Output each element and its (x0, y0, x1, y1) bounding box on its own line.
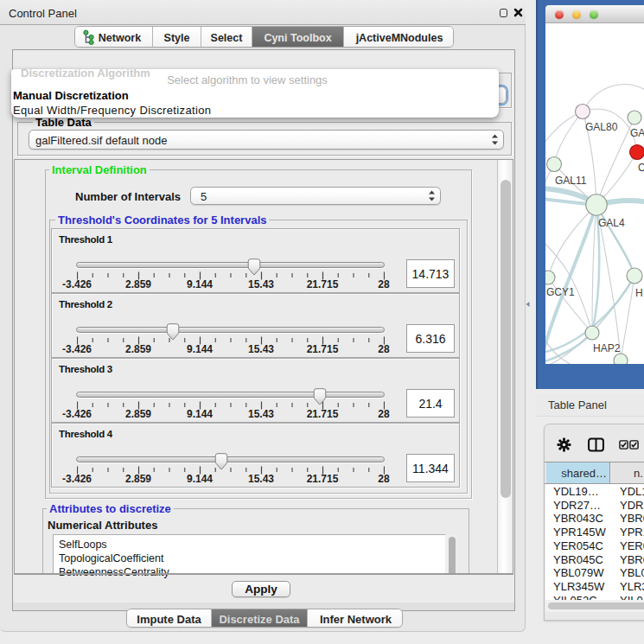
svg-text:GA: GA (630, 127, 644, 139)
svg-text:HAP2: HAP2 (593, 342, 621, 354)
svg-text:C: C (638, 162, 644, 174)
svg-text:GAL11: GAL11 (555, 175, 587, 187)
svg-text:GCY1: GCY1 (546, 286, 575, 298)
svg-text:H: H (635, 287, 643, 299)
svg-text:GAL4: GAL4 (598, 217, 625, 229)
svg-text:GAL80: GAL80 (585, 121, 618, 133)
